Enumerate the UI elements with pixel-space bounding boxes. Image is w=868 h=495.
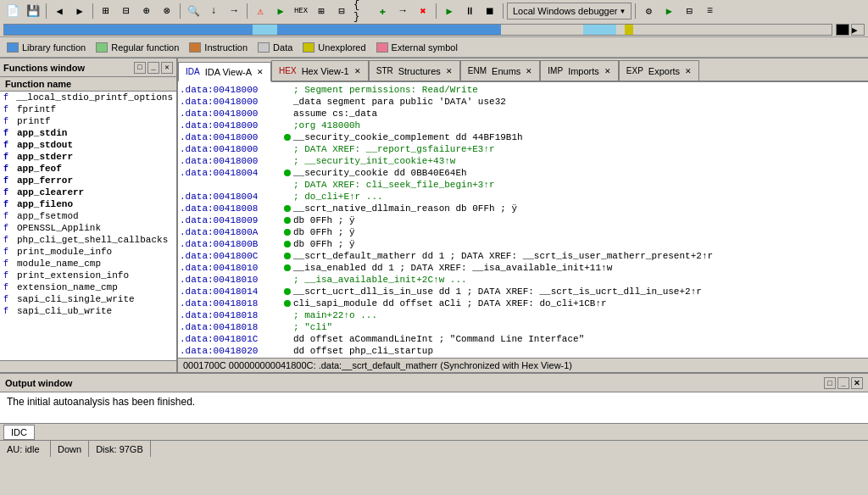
code-text: db 0FFh ; ÿ — [293, 214, 355, 226]
nav-btn2[interactable]: ⊟ — [117, 3, 136, 19]
func-item[interactable]: fprint_extension_info — [0, 270, 176, 281]
plus-btn[interactable]: ✚ — [373, 3, 392, 19]
hex-btns[interactable]: HEX — [292, 3, 310, 19]
func-item[interactable]: fapp_ferror — [0, 175, 176, 186]
output-float-btn[interactable]: □ — [824, 377, 836, 389]
code-text: cli_sapi_module dd offset aCli ; DATA XR… — [293, 298, 607, 309]
stop-btn[interactable]: ⏹ — [481, 3, 499, 19]
func-item[interactable]: fmodule_name_cmp — [0, 258, 176, 270]
code-address: .data:00418000 — [180, 155, 281, 167]
code-text: ; __isa_available_init+2C↑w ... — [293, 274, 467, 286]
code-btn[interactable]: { } — [353, 3, 371, 19]
code-line: .data:00418010 __isa_enabled dd 1 ; DATA… — [180, 262, 866, 274]
play-btn[interactable]: ▶ — [440, 3, 459, 19]
new-button[interactable]: 📄 — [3, 3, 22, 19]
func-item[interactable]: fsapi_cli_single_write — [0, 293, 176, 305]
panel-close-btn[interactable]: ✕ — [161, 62, 173, 74]
func-item[interactable]: fapp_feof — [0, 163, 176, 175]
func-scroll-x[interactable] — [0, 360, 176, 372]
func-item[interactable]: fapp_fileno — [0, 198, 176, 210]
down-arrow-btn[interactable]: ↓ — [204, 3, 223, 19]
config-btn[interactable]: ⊟ — [680, 3, 698, 19]
settings-btn1[interactable]: ⚙ — [639, 3, 658, 19]
func-icon: f — [3, 164, 14, 174]
legend-color-unexplored — [303, 42, 314, 53]
code-address: .data:00418009 — [180, 214, 281, 226]
debugger-dropdown[interactable]: Local Windows debugger ▼ — [507, 3, 632, 19]
pause-btn[interactable]: ⏸ — [460, 3, 479, 19]
tab-close-icon[interactable]: ✕ — [685, 67, 692, 75]
tab-close-icon[interactable]: ✕ — [604, 67, 611, 75]
warn-btn[interactable]: ⚠ — [251, 3, 270, 19]
panel-min-btn[interactable]: _ — [147, 62, 159, 74]
tab-close-icon[interactable]: ✕ — [446, 67, 453, 75]
func-item[interactable]: fsapi_cli_ub_write — [0, 305, 176, 317]
func-item[interactable]: fOPENSSL_Applink — [0, 222, 176, 234]
tab-enums[interactable]: ENMEnums✕ — [460, 60, 540, 81]
output-tab-label: IDC — [11, 427, 27, 437]
run-btn[interactable]: ▶ — [271, 3, 290, 19]
nav-progress[interactable] — [3, 24, 832, 36]
nav-btn5[interactable]: ⊞ — [312, 3, 331, 19]
panel-float-btn[interactable]: □ — [134, 62, 146, 74]
output-close-btn[interactable]: ✕ — [851, 377, 863, 389]
status-disk-text: Disk: 97GB — [96, 444, 143, 454]
code-line: .data:00418018 cli_sapi_module dd offset… — [180, 298, 866, 309]
output-tab-idc[interactable]: IDC — [3, 425, 35, 440]
code-line: .data:0041800A db 0FFh ; ÿ — [180, 226, 866, 238]
nav-btn3[interactable]: ⊕ — [137, 3, 156, 19]
func-name: app_clearerr — [17, 187, 84, 197]
nav-btn1[interactable]: ⊞ — [97, 3, 115, 19]
func-item[interactable]: fprint_module_info — [0, 246, 176, 258]
nav-btn4[interactable]: ⊗ — [158, 3, 176, 19]
tab-exports[interactable]: EXPExports✕ — [619, 60, 699, 81]
tab-close-icon[interactable]: ✕ — [526, 67, 532, 75]
func-icon: f — [3, 117, 14, 126]
func-item[interactable]: fapp_stderr — [0, 151, 176, 163]
nav-right-arrow[interactable]: ▶ — [851, 24, 865, 36]
tab-idaview-a[interactable]: IDAIDA View-A✕ — [178, 62, 271, 82]
legend-label-external: External symbol — [392, 42, 458, 53]
code-address: .data:00418010 — [180, 262, 281, 274]
func-item[interactable]: ffprintf — [0, 103, 176, 115]
tab-imports[interactable]: IMPImports✕ — [540, 60, 618, 81]
legend-color-data — [258, 42, 270, 53]
code-view[interactable]: .data:00418000 ; Segment permissions: Re… — [178, 82, 868, 358]
tab-hexview-1[interactable]: HEXHex View-1✕ — [271, 60, 369, 81]
func-name: app_ferror — [17, 175, 73, 186]
tab-close-icon[interactable]: ✕ — [257, 68, 264, 76]
nav-btn6[interactable]: ⊟ — [332, 3, 351, 19]
func-item[interactable]: f__local_stdio_printf_options — [0, 92, 176, 103]
arrow-right2[interactable]: → — [393, 3, 412, 19]
func-item[interactable]: fprintf — [0, 115, 176, 127]
status-scroll-text: Down — [58, 444, 81, 454]
func-name: module_name_cmp — [17, 259, 101, 269]
tab-close-icon[interactable]: ✕ — [354, 67, 361, 75]
code-text: __security_cookie_complement dd 44BF19B1… — [293, 131, 523, 143]
code-text: ; Segment permissions: Read/Write — [293, 84, 478, 96]
sep7 — [635, 3, 636, 19]
func-list[interactable]: f__local_stdio_printf_optionsffprintffpr… — [0, 92, 176, 360]
code-line: .data:0041800B db 0FFh ; ÿ — [180, 238, 866, 250]
func-item[interactable]: fapp_stdout — [0, 139, 176, 151]
func-name: app_feof — [17, 164, 62, 174]
right-arrow-btn[interactable]: → — [225, 3, 243, 19]
sep4 — [247, 3, 248, 19]
run-dbg-btn[interactable]: ▶ — [659, 3, 678, 19]
func-item[interactable]: fapp_clearerr — [0, 186, 176, 198]
func-item[interactable]: fextension_name_cmp — [0, 281, 176, 293]
forward-button[interactable]: ▶ — [70, 3, 89, 19]
more-btn[interactable]: ≡ — [700, 3, 719, 19]
func-item[interactable]: fphp_cli_get_shell_callbacks — [0, 234, 176, 246]
output-min-btn[interactable]: _ — [837, 377, 849, 389]
save-button[interactable]: 💾 — [24, 3, 42, 19]
tab-structures[interactable]: STRStructures✕ — [369, 60, 460, 81]
back-button[interactable]: ◀ — [50, 3, 69, 19]
code-line: .data:00418010 ; __isa_available_init+2C… — [180, 274, 866, 286]
nav-scroll[interactable] — [836, 24, 849, 36]
func-name: php_cli_get_shell_callbacks — [17, 235, 168, 245]
cross-btn[interactable]: ✖ — [414, 3, 432, 19]
func-item[interactable]: fapp_fsetmod — [0, 210, 176, 222]
func-item[interactable]: fapp_stdin — [0, 127, 176, 139]
find-btn[interactable]: 🔍 — [184, 3, 203, 19]
